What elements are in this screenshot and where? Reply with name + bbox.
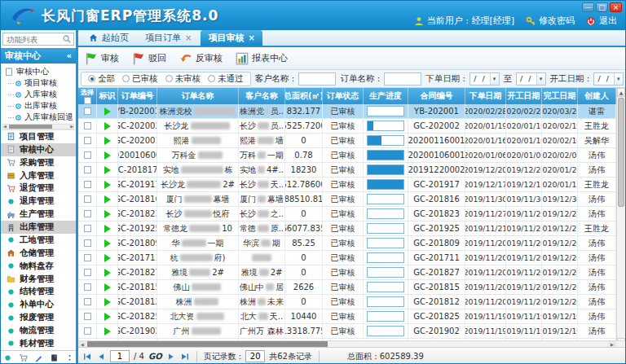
table-row[interactable]: YB-202001株洲党校株洲党员..832.177已审核YB-20200120… <box>78 104 616 119</box>
table-row[interactable]: GC-201917长沙龙2#长沙天..8512.78600..已审核GC-201… <box>78 178 616 192</box>
select-cell[interactable] <box>78 163 97 177</box>
table-row[interactable]: GC-202001熙港熙港墙0已审核202001160012020/01/162… <box>78 134 616 148</box>
审核-button[interactable]: 审核 <box>85 52 119 65</box>
tab-close-icon[interactable]: × <box>185 33 192 42</box>
sidebar-item-退库管理[interactable]: 退库管理 <box>1 195 76 208</box>
tab-起始页[interactable]: 起始页 <box>82 30 136 46</box>
column-header-合同编号[interactable]: 合同编号 <box>408 88 465 104</box>
row-checkbox[interactable] <box>84 107 91 115</box>
column-header-总面积(㎡)[interactable]: 总面积(㎡) <box>285 88 323 104</box>
customer-name-input[interactable] <box>298 72 336 86</box>
footer-pen-icon[interactable] <box>34 353 43 362</box>
select-cell[interactable] <box>78 134 97 147</box>
vertical-scrollbar[interactable]: ▲ ▼ <box>616 88 625 347</box>
vertical-scroll-thumb[interactable] <box>618 98 624 207</box>
logout-button[interactable]: 退出 <box>586 15 617 27</box>
row-checkbox[interactable] <box>84 122 91 129</box>
scroll-right-icon[interactable]: ▶ <box>70 124 73 129</box>
column-header-订单编号[interactable]: 订单编号 <box>118 88 157 104</box>
select-cell[interactable] <box>78 104 97 118</box>
select-cell[interactable] <box>78 192 97 206</box>
column-header-完工日期[interactable]: 完工日期 <box>542 88 578 104</box>
table-row[interactable]: GC-201823长沙悦府长沙之..0已审核GC-2018232019/11/2… <box>78 207 616 221</box>
page-size-input[interactable] <box>245 350 265 362</box>
calendar-dropdown-icon[interactable]: ▾ <box>614 73 623 85</box>
table-row[interactable]: 20200106001万科金万科一期0.78已审核202001060012020… <box>78 148 616 163</box>
select-cell[interactable] <box>78 178 97 191</box>
select-cell[interactable] <box>78 295 97 309</box>
row-checkbox[interactable] <box>84 181 91 188</box>
next-page-button[interactable] <box>166 352 176 362</box>
search-icon[interactable] <box>62 34 72 44</box>
反审核-button[interactable]: 反审核 <box>179 52 223 65</box>
column-header-生产进度[interactable]: 生产进度 <box>364 88 408 104</box>
驳回-button[interactable]: 驳回 <box>132 52 166 65</box>
last-page-button[interactable] <box>180 352 190 362</box>
tab-项目审核[interactable]: 项目审核× <box>201 30 262 46</box>
row-checkbox[interactable] <box>84 298 91 305</box>
scroll-up-icon[interactable]: ▲ <box>617 88 625 97</box>
row-checkbox[interactable] <box>84 327 91 335</box>
column-header-标识[interactable]: 标识 <box>97 88 118 104</box>
tree-item-出库审核[interactable]: 出库审核 <box>4 100 74 112</box>
tab-项目订单[interactable]: 项目订单× <box>138 30 199 46</box>
start-date-picker[interactable]: / / ▾ <box>593 72 623 86</box>
go-button[interactable]: GO <box>148 352 162 361</box>
sidebar-item-报废管理[interactable]: 报废管理 <box>1 311 76 324</box>
horizontal-scroll-thumb[interactable] <box>87 341 328 347</box>
close-button[interactable]: × <box>610 2 622 12</box>
sidebar-item-耗材管理[interactable]: 耗材管理 <box>1 337 76 350</box>
table-row[interactable]: GC-201825北大资北大天..10440已审核GC-2018252019/1… <box>78 309 616 324</box>
table-row[interactable]: GC-201815佛山佛山中居2626已审核GC-2018152019/11/2… <box>78 280 616 295</box>
column-header-创建人[interactable]: 创建人 <box>578 88 616 104</box>
row-checkbox[interactable] <box>84 151 91 159</box>
horizontal-scrollbar[interactable]: ◀ ▶ <box>78 340 625 347</box>
first-page-button[interactable] <box>82 352 92 362</box>
scroll-left-icon[interactable]: ◀ <box>3 124 7 129</box>
row-checkbox[interactable] <box>84 254 91 261</box>
column-header-开工日期[interactable]: 开工日期 <box>506 88 542 104</box>
table-row[interactable]: GC-201816厦门幕墙厦门幕墙188510.818已审核GC-2018162… <box>78 192 616 207</box>
radio-全部[interactable]: 全部 <box>88 73 115 85</box>
select-cell[interactable] <box>78 280 97 294</box>
table-row[interactable]: GC-2018178实地栋实地4#..18230已审核2019122000220… <box>78 163 616 178</box>
table-row[interactable]: GC-201925常德龙10常德原..266077.835..已审核GC-201… <box>78 221 616 236</box>
column-header-订单状态[interactable]: 订单状态 <box>323 88 364 104</box>
collapse-panel-icon[interactable]: « <box>67 51 72 60</box>
column-header-订单名称[interactable]: 订单名称 <box>157 88 239 104</box>
row-checkbox[interactable] <box>84 313 91 320</box>
radio-已审核[interactable]: 已审核 <box>122 73 158 85</box>
报表中心-button[interactable]: 报表中心 <box>236 52 288 65</box>
select-cell[interactable] <box>78 309 97 323</box>
select-cell[interactable] <box>78 119 97 133</box>
table-row[interactable]: GC-202002长沙龙长沙员..65525.7200..已审核GC-20200… <box>78 119 616 134</box>
row-checkbox[interactable] <box>84 225 91 232</box>
footer-more-icon[interactable] <box>65 353 74 362</box>
row-checkbox[interactable] <box>84 195 91 203</box>
tree-root-audit-center[interactable]: 审核中心 <box>4 66 74 77</box>
sidebar-item-退货管理[interactable]: 退货管理 <box>1 182 76 195</box>
select-cell[interactable] <box>78 324 97 338</box>
radio-未通过[interactable]: 未通过 <box>208 73 244 85</box>
sidebar-item-工地管理[interactable]: 工地管理 <box>1 234 76 247</box>
footer-cart-icon[interactable] <box>19 353 28 362</box>
sidebar-item-物料盘存[interactable]: 物料盘存 <box>1 260 76 273</box>
sidebar-item-入库管理[interactable]: 入库管理 <box>1 169 76 182</box>
maximize-button[interactable]: □ <box>596 2 608 12</box>
scroll-left-icon[interactable]: ◀ <box>78 341 86 347</box>
row-checkbox[interactable] <box>84 137 91 144</box>
select-cell[interactable] <box>78 265 97 279</box>
row-checkbox[interactable] <box>84 166 91 173</box>
table-row[interactable]: GC-201827雅境2#雅境2#0已审核GC-2018272019/11/20… <box>78 265 616 280</box>
column-header-客户名称[interactable]: 客户名称 <box>239 88 285 104</box>
row-checkbox[interactable] <box>84 269 91 276</box>
page-number-input[interactable] <box>110 350 130 362</box>
sidebar-item-采购管理[interactable]: 采购管理 <box>1 156 76 169</box>
column-header-下单日期[interactable]: 下单日期 <box>465 88 506 104</box>
tab-close-icon[interactable]: × <box>248 33 254 42</box>
sidebar-item-审核中心[interactable]: 审核中心 <box>1 143 76 156</box>
column-header-选择[interactable]: 选择 <box>78 88 97 104</box>
row-checkbox[interactable] <box>84 210 91 217</box>
sidebar-item-物流管理[interactable]: 物流管理 <box>1 324 76 337</box>
tree-item-项目审核[interactable]: 项目审核 <box>4 77 74 89</box>
